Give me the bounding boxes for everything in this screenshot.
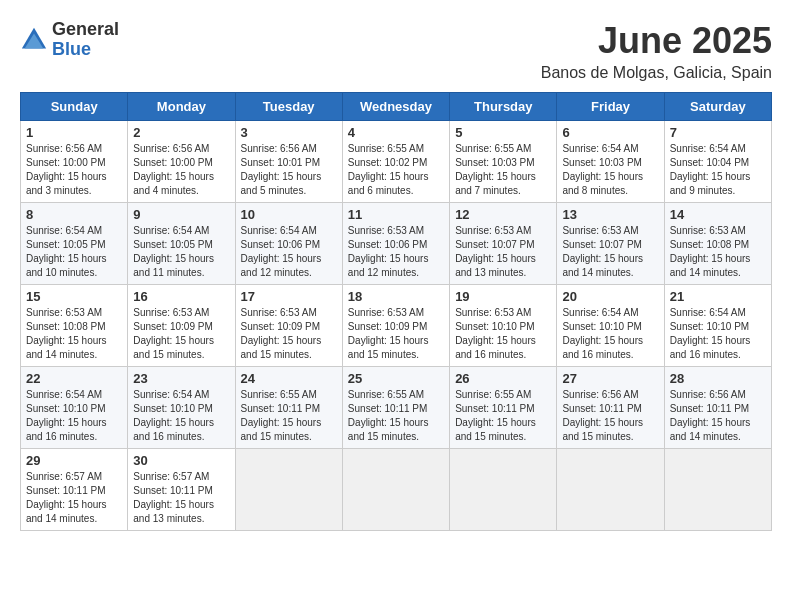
calendar-cell: 22 Sunrise: 6:54 AM Sunset: 10:10 PM Day…	[21, 367, 128, 449]
logo-text: General Blue	[52, 20, 119, 60]
calendar-cell: 19 Sunrise: 6:53 AM Sunset: 10:10 PM Day…	[450, 285, 557, 367]
calendar-cell: 14 Sunrise: 6:53 AM Sunset: 10:08 PM Day…	[664, 203, 771, 285]
month-title: June 2025	[541, 20, 772, 62]
column-header-tuesday: Tuesday	[235, 93, 342, 121]
title-area: June 2025 Banos de Molgas, Galicia, Spai…	[541, 20, 772, 82]
day-info: Sunrise: 6:53 AM Sunset: 10:08 PM Daylig…	[670, 224, 766, 280]
day-number: 5	[455, 125, 551, 140]
calendar-cell	[235, 449, 342, 531]
day-info: Sunrise: 6:53 AM Sunset: 10:08 PM Daylig…	[26, 306, 122, 362]
calendar-cell: 13 Sunrise: 6:53 AM Sunset: 10:07 PM Day…	[557, 203, 664, 285]
day-number: 8	[26, 207, 122, 222]
day-info: Sunrise: 6:54 AM Sunset: 10:10 PM Daylig…	[133, 388, 229, 444]
calendar-cell: 20 Sunrise: 6:54 AM Sunset: 10:10 PM Day…	[557, 285, 664, 367]
day-number: 2	[133, 125, 229, 140]
day-number: 17	[241, 289, 337, 304]
column-header-sunday: Sunday	[21, 93, 128, 121]
day-number: 30	[133, 453, 229, 468]
day-info: Sunrise: 6:54 AM Sunset: 10:10 PM Daylig…	[26, 388, 122, 444]
day-number: 10	[241, 207, 337, 222]
day-number: 1	[26, 125, 122, 140]
day-info: Sunrise: 6:53 AM Sunset: 10:09 PM Daylig…	[241, 306, 337, 362]
day-info: Sunrise: 6:54 AM Sunset: 10:10 PM Daylig…	[670, 306, 766, 362]
calendar-cell: 5 Sunrise: 6:55 AM Sunset: 10:03 PM Dayl…	[450, 121, 557, 203]
day-info: Sunrise: 6:53 AM Sunset: 10:09 PM Daylig…	[348, 306, 444, 362]
day-info: Sunrise: 6:54 AM Sunset: 10:06 PM Daylig…	[241, 224, 337, 280]
column-header-thursday: Thursday	[450, 93, 557, 121]
calendar-week-1: 1 Sunrise: 6:56 AM Sunset: 10:00 PM Dayl…	[21, 121, 772, 203]
logo-icon	[20, 26, 48, 54]
day-info: Sunrise: 6:53 AM Sunset: 10:07 PM Daylig…	[562, 224, 658, 280]
calendar-cell: 26 Sunrise: 6:55 AM Sunset: 10:11 PM Day…	[450, 367, 557, 449]
day-number: 21	[670, 289, 766, 304]
calendar-week-5: 29 Sunrise: 6:57 AM Sunset: 10:11 PM Day…	[21, 449, 772, 531]
calendar-cell: 16 Sunrise: 6:53 AM Sunset: 10:09 PM Day…	[128, 285, 235, 367]
day-number: 27	[562, 371, 658, 386]
day-info: Sunrise: 6:56 AM Sunset: 10:00 PM Daylig…	[26, 142, 122, 198]
calendar-cell: 6 Sunrise: 6:54 AM Sunset: 10:03 PM Dayl…	[557, 121, 664, 203]
calendar-week-2: 8 Sunrise: 6:54 AM Sunset: 10:05 PM Dayl…	[21, 203, 772, 285]
day-number: 9	[133, 207, 229, 222]
calendar-cell	[557, 449, 664, 531]
calendar-cell: 12 Sunrise: 6:53 AM Sunset: 10:07 PM Day…	[450, 203, 557, 285]
calendar-cell: 7 Sunrise: 6:54 AM Sunset: 10:04 PM Dayl…	[664, 121, 771, 203]
calendar-cell: 2 Sunrise: 6:56 AM Sunset: 10:00 PM Dayl…	[128, 121, 235, 203]
location-title: Banos de Molgas, Galicia, Spain	[541, 64, 772, 82]
calendar-cell: 30 Sunrise: 6:57 AM Sunset: 10:11 PM Day…	[128, 449, 235, 531]
day-number: 22	[26, 371, 122, 386]
day-number: 14	[670, 207, 766, 222]
day-number: 20	[562, 289, 658, 304]
day-number: 16	[133, 289, 229, 304]
calendar-cell: 3 Sunrise: 6:56 AM Sunset: 10:01 PM Dayl…	[235, 121, 342, 203]
day-info: Sunrise: 6:53 AM Sunset: 10:09 PM Daylig…	[133, 306, 229, 362]
calendar-cell: 23 Sunrise: 6:54 AM Sunset: 10:10 PM Day…	[128, 367, 235, 449]
logo-blue-text: Blue	[52, 40, 119, 60]
day-number: 23	[133, 371, 229, 386]
day-number: 18	[348, 289, 444, 304]
day-info: Sunrise: 6:54 AM Sunset: 10:03 PM Daylig…	[562, 142, 658, 198]
calendar-cell: 21 Sunrise: 6:54 AM Sunset: 10:10 PM Day…	[664, 285, 771, 367]
day-info: Sunrise: 6:54 AM Sunset: 10:05 PM Daylig…	[133, 224, 229, 280]
day-info: Sunrise: 6:53 AM Sunset: 10:06 PM Daylig…	[348, 224, 444, 280]
logo-general-text: General	[52, 20, 119, 40]
day-number: 7	[670, 125, 766, 140]
day-number: 6	[562, 125, 658, 140]
calendar-cell: 24 Sunrise: 6:55 AM Sunset: 10:11 PM Day…	[235, 367, 342, 449]
calendar-cell: 28 Sunrise: 6:56 AM Sunset: 10:11 PM Day…	[664, 367, 771, 449]
calendar-cell: 29 Sunrise: 6:57 AM Sunset: 10:11 PM Day…	[21, 449, 128, 531]
day-number: 24	[241, 371, 337, 386]
calendar-cell	[342, 449, 449, 531]
calendar-cell: 25 Sunrise: 6:55 AM Sunset: 10:11 PM Day…	[342, 367, 449, 449]
day-info: Sunrise: 6:56 AM Sunset: 10:01 PM Daylig…	[241, 142, 337, 198]
day-info: Sunrise: 6:56 AM Sunset: 10:11 PM Daylig…	[562, 388, 658, 444]
day-info: Sunrise: 6:55 AM Sunset: 10:02 PM Daylig…	[348, 142, 444, 198]
day-number: 13	[562, 207, 658, 222]
day-info: Sunrise: 6:57 AM Sunset: 10:11 PM Daylig…	[26, 470, 122, 526]
day-number: 19	[455, 289, 551, 304]
calendar-header-row: SundayMondayTuesdayWednesdayThursdayFrid…	[21, 93, 772, 121]
day-info: Sunrise: 6:55 AM Sunset: 10:11 PM Daylig…	[455, 388, 551, 444]
day-info: Sunrise: 6:54 AM Sunset: 10:10 PM Daylig…	[562, 306, 658, 362]
day-number: 15	[26, 289, 122, 304]
calendar-cell: 10 Sunrise: 6:54 AM Sunset: 10:06 PM Day…	[235, 203, 342, 285]
calendar-week-4: 22 Sunrise: 6:54 AM Sunset: 10:10 PM Day…	[21, 367, 772, 449]
calendar-week-3: 15 Sunrise: 6:53 AM Sunset: 10:08 PM Day…	[21, 285, 772, 367]
day-info: Sunrise: 6:53 AM Sunset: 10:07 PM Daylig…	[455, 224, 551, 280]
calendar-cell: 15 Sunrise: 6:53 AM Sunset: 10:08 PM Day…	[21, 285, 128, 367]
calendar-cell: 11 Sunrise: 6:53 AM Sunset: 10:06 PM Day…	[342, 203, 449, 285]
calendar-cell: 17 Sunrise: 6:53 AM Sunset: 10:09 PM Day…	[235, 285, 342, 367]
day-number: 29	[26, 453, 122, 468]
day-number: 3	[241, 125, 337, 140]
calendar-cell: 4 Sunrise: 6:55 AM Sunset: 10:02 PM Dayl…	[342, 121, 449, 203]
page-header: General Blue June 2025 Banos de Molgas, …	[20, 20, 772, 82]
day-number: 26	[455, 371, 551, 386]
calendar-cell: 27 Sunrise: 6:56 AM Sunset: 10:11 PM Day…	[557, 367, 664, 449]
column-header-friday: Friday	[557, 93, 664, 121]
day-info: Sunrise: 6:55 AM Sunset: 10:11 PM Daylig…	[348, 388, 444, 444]
day-info: Sunrise: 6:54 AM Sunset: 10:04 PM Daylig…	[670, 142, 766, 198]
calendar-table: SundayMondayTuesdayWednesdayThursdayFrid…	[20, 92, 772, 531]
day-info: Sunrise: 6:57 AM Sunset: 10:11 PM Daylig…	[133, 470, 229, 526]
day-info: Sunrise: 6:56 AM Sunset: 10:00 PM Daylig…	[133, 142, 229, 198]
column-header-saturday: Saturday	[664, 93, 771, 121]
day-number: 12	[455, 207, 551, 222]
